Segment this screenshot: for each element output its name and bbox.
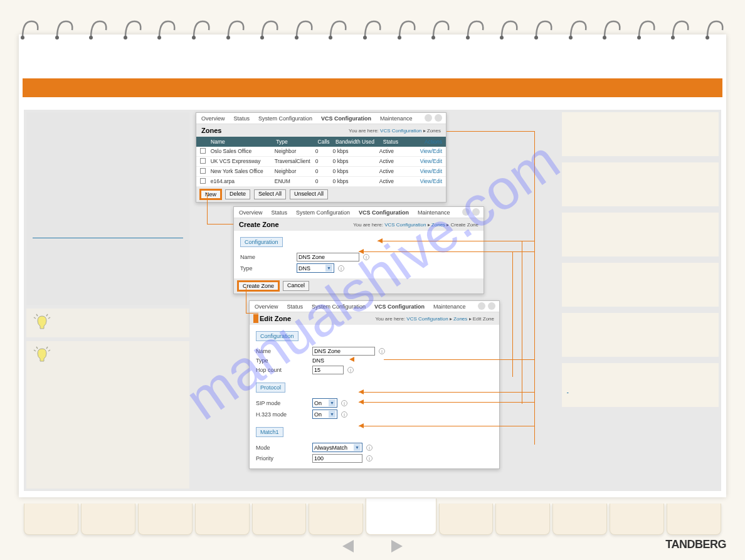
lightbulb-icon bbox=[33, 346, 51, 365]
configuration-tab[interactable]: Configuration bbox=[240, 237, 283, 247]
svg-point-12 bbox=[431, 36, 435, 40]
type-label: Type bbox=[240, 265, 297, 272]
row-checkbox[interactable] bbox=[200, 178, 206, 184]
help-icon[interactable] bbox=[462, 208, 470, 216]
svg-point-3 bbox=[124, 36, 127, 40]
panel-title-bar: Zones You are here: VCS Configuration ▸ … bbox=[196, 124, 446, 137]
spiral-binding: for (let i=0;i<21;i++) document.write('<… bbox=[19, 18, 726, 43]
view-edit-link[interactable]: View/Edit bbox=[420, 148, 442, 155]
svg-point-18 bbox=[637, 36, 641, 40]
menu-item[interactable]: Overview bbox=[255, 304, 278, 310]
bottom-tab[interactable] bbox=[610, 504, 664, 535]
logout-icon[interactable] bbox=[488, 302, 495, 310]
hop-count-input[interactable] bbox=[312, 366, 344, 374]
callout-link[interactable] bbox=[567, 387, 714, 393]
menu-item[interactable]: Maintenance bbox=[380, 115, 413, 122]
view-edit-link[interactable]: View/Edit bbox=[420, 178, 442, 185]
next-page-arrow-icon[interactable] bbox=[391, 540, 403, 552]
cell-status: Active bbox=[379, 178, 420, 185]
tip-card-2 bbox=[26, 341, 189, 489]
menu-item[interactable]: Overview bbox=[239, 209, 263, 216]
connector-line bbox=[359, 426, 534, 426]
row-checkbox[interactable] bbox=[200, 148, 206, 154]
bottom-tab[interactable] bbox=[667, 504, 721, 535]
match-tab[interactable]: Match1 bbox=[256, 427, 283, 437]
type-select[interactable]: DNS bbox=[297, 263, 334, 273]
prev-page-arrow-icon[interactable] bbox=[342, 540, 354, 552]
help-icon[interactable] bbox=[478, 302, 485, 310]
panel-title: Edit Zone bbox=[255, 315, 291, 322]
logout-icon[interactable] bbox=[472, 208, 480, 216]
new-button[interactable]: New bbox=[200, 189, 221, 199]
info-icon[interactable]: i bbox=[338, 265, 344, 272]
bottom-tab[interactable] bbox=[138, 504, 193, 535]
svg-point-1 bbox=[55, 36, 59, 40]
info-icon[interactable]: i bbox=[379, 348, 385, 354]
menu-item[interactable]: Maintenance bbox=[433, 304, 466, 310]
cell-bandwidth: 0 kbps bbox=[333, 168, 379, 175]
bottom-tab[interactable] bbox=[81, 504, 135, 535]
create-zone-button[interactable]: Create Zone bbox=[238, 281, 279, 291]
info-icon[interactable]: i bbox=[366, 455, 372, 462]
info-icon[interactable]: i bbox=[366, 445, 372, 451]
bottom-tab[interactable] bbox=[552, 504, 607, 535]
mode-label: Mode bbox=[256, 445, 312, 451]
info-icon[interactable]: i bbox=[347, 367, 354, 373]
bottom-tab[interactable] bbox=[439, 504, 494, 535]
view-edit-link[interactable]: View/Edit bbox=[420, 168, 442, 175]
menu-item[interactable]: System Configuration bbox=[312, 304, 366, 310]
row-checkbox[interactable] bbox=[200, 158, 206, 164]
sip-mode-select[interactable]: On bbox=[312, 398, 337, 408]
callout-card bbox=[562, 213, 719, 256]
info-icon[interactable]: i bbox=[341, 400, 347, 406]
unselect-all-button[interactable]: Unselect All bbox=[290, 189, 328, 199]
mode-select[interactable]: AlwaysMatch bbox=[312, 443, 362, 452]
logout-icon[interactable] bbox=[435, 114, 442, 122]
delete-button[interactable]: Delete bbox=[225, 189, 250, 199]
menu-item[interactable]: System Configuration bbox=[258, 115, 312, 122]
bottom-tab[interactable] bbox=[495, 504, 550, 535]
name-input[interactable] bbox=[297, 253, 359, 262]
type-label: Type bbox=[256, 357, 312, 364]
row-checkbox[interactable] bbox=[200, 168, 206, 174]
cell-calls: 0 bbox=[315, 178, 333, 185]
menu-item[interactable]: Overview bbox=[201, 115, 225, 122]
menu-item[interactable]: System Configuration bbox=[296, 209, 350, 216]
connector-line bbox=[246, 287, 246, 313]
callout-card bbox=[562, 313, 719, 357]
panel-title: Zones bbox=[201, 127, 221, 134]
breadcrumb: You are here: VCS Configuration ▸ Zones … bbox=[353, 222, 478, 228]
bottom-tab[interactable] bbox=[195, 504, 250, 535]
cell-calls: 0 bbox=[315, 148, 333, 155]
menu-item-active[interactable]: VCS Configuration bbox=[374, 304, 425, 310]
menu-item[interactable]: Status bbox=[234, 115, 250, 122]
connector-line bbox=[207, 224, 233, 225]
bottom-tab[interactable] bbox=[309, 504, 363, 535]
cancel-button[interactable]: Cancel bbox=[283, 281, 309, 291]
protocol-tab[interactable]: Protocol bbox=[256, 383, 285, 393]
menu-item-active[interactable]: VCS Configuration bbox=[359, 209, 409, 216]
select-all-button[interactable]: Select All bbox=[254, 189, 286, 199]
connector-line bbox=[359, 392, 534, 393]
h323-mode-select[interactable]: On bbox=[312, 409, 337, 419]
menubar: Overview Status System Configuration VCS… bbox=[196, 113, 446, 124]
menu-item[interactable]: Maintenance bbox=[418, 209, 450, 216]
menu-item-active[interactable]: VCS Configuration bbox=[321, 115, 371, 122]
name-label: Name bbox=[256, 348, 312, 354]
configuration-tab[interactable]: Configuration bbox=[256, 331, 299, 341]
bottom-tab[interactable] bbox=[252, 504, 307, 535]
bottom-tab-active[interactable] bbox=[366, 499, 436, 535]
name-input[interactable] bbox=[312, 347, 375, 356]
info-icon[interactable]: i bbox=[363, 254, 369, 260]
cell-type: ENUM bbox=[275, 178, 315, 185]
info-icon[interactable]: i bbox=[341, 411, 347, 418]
menu-item[interactable]: Status bbox=[272, 209, 288, 216]
svg-point-7 bbox=[260, 36, 264, 40]
zones-screenshot: Overview Status System Configuration VCS… bbox=[196, 112, 446, 203]
lightbulb-icon bbox=[33, 314, 51, 332]
view-edit-link[interactable]: View/Edit bbox=[420, 158, 442, 165]
menu-item[interactable]: Status bbox=[287, 304, 304, 310]
help-icon[interactable] bbox=[425, 114, 432, 122]
priority-input[interactable] bbox=[312, 454, 362, 463]
bottom-tab[interactable] bbox=[24, 504, 78, 535]
